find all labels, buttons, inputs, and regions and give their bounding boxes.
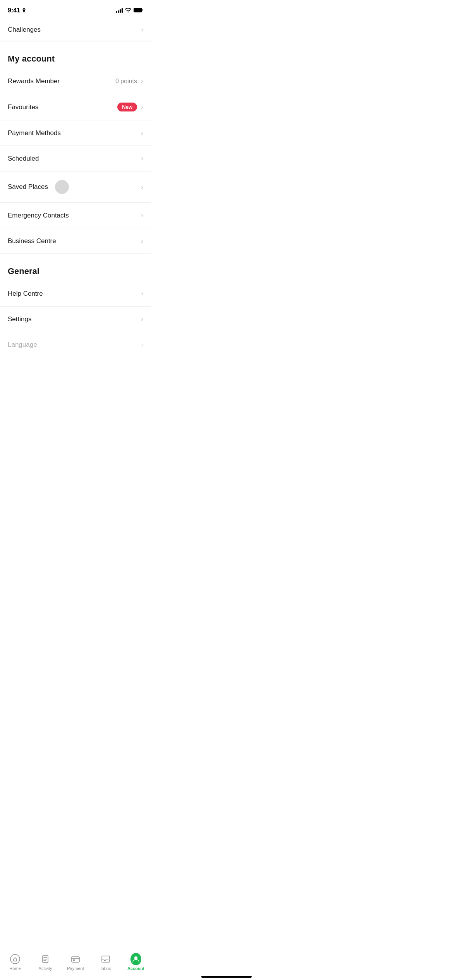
language-left: Language: [8, 341, 141, 349]
status-icons: [116, 7, 143, 14]
emergency-contacts-left: Emergency Contacts: [8, 212, 141, 219]
signal-icon: [116, 8, 123, 13]
settings-chevron: ›: [141, 315, 143, 323]
scheduled-chevron: ›: [141, 154, 143, 163]
help-centre-label: Help Centre: [8, 290, 43, 298]
emergency-contacts-chevron: ›: [141, 211, 143, 219]
new-badge: New: [117, 103, 137, 111]
payment-methods-item[interactable]: Payment Methods ›: [0, 120, 151, 146]
challenges-item[interactable]: Challenges ›: [0, 19, 151, 41]
settings-right: ›: [141, 315, 143, 323]
challenges-label: Challenges: [8, 26, 41, 34]
general-header: General: [0, 254, 151, 281]
rewards-member-left: Rewards Member: [8, 77, 115, 85]
rewards-member-chevron: ›: [141, 77, 143, 85]
scheduled-left: Scheduled: [8, 155, 141, 163]
favourites-right: New ›: [117, 103, 143, 111]
wifi-icon: [125, 7, 131, 14]
emergency-contacts-right: ›: [141, 211, 143, 219]
rewards-member-item[interactable]: Rewards Member 0 points ›: [0, 69, 151, 94]
favourites-item[interactable]: Favourites New ›: [0, 94, 151, 120]
payment-methods-right: ›: [141, 129, 143, 137]
language-chevron: ›: [141, 341, 143, 349]
touch-ripple: [55, 180, 69, 194]
location-icon: [22, 8, 26, 13]
rewards-member-value: 0 points: [115, 78, 137, 85]
favourites-left: Favourites: [8, 103, 117, 111]
help-centre-left: Help Centre: [8, 290, 141, 298]
saved-places-right: ›: [141, 183, 143, 191]
settings-label: Settings: [8, 315, 31, 323]
business-centre-left: Business Centre: [8, 237, 141, 245]
emergency-contacts-label: Emergency Contacts: [8, 212, 69, 219]
favourites-label: Favourites: [8, 103, 38, 111]
help-centre-chevron: ›: [141, 290, 143, 298]
favourites-chevron: ›: [141, 103, 143, 111]
svg-rect-1: [134, 9, 141, 12]
business-centre-item[interactable]: Business Centre ›: [0, 228, 151, 254]
business-centre-label: Business Centre: [8, 237, 56, 245]
status-time: 9:41: [8, 7, 26, 14]
saved-places-label: Saved Places: [8, 183, 48, 191]
saved-places-chevron: ›: [141, 183, 143, 191]
saved-places-item[interactable]: Saved Places ›: [0, 171, 151, 203]
status-bar: 9:41: [0, 0, 151, 19]
saved-places-left: Saved Places: [8, 180, 141, 194]
help-centre-right: ›: [141, 290, 143, 298]
challenges-chevron: ›: [141, 26, 143, 34]
business-centre-chevron: ›: [141, 237, 143, 245]
main-content: Challenges › My account Rewards Member 0…: [0, 19, 151, 392]
my-account-header: My account: [0, 41, 151, 69]
settings-item[interactable]: Settings ›: [0, 307, 151, 332]
help-centre-item[interactable]: Help Centre ›: [0, 281, 151, 307]
payment-methods-label: Payment Methods: [8, 129, 61, 137]
scheduled-right: ›: [141, 154, 143, 163]
payment-methods-chevron: ›: [141, 129, 143, 137]
rewards-member-right: 0 points ›: [115, 77, 143, 85]
language-label: Language: [8, 341, 37, 349]
scheduled-label: Scheduled: [8, 155, 39, 163]
battery-icon: [134, 7, 143, 14]
language-right: ›: [141, 341, 143, 349]
emergency-contacts-item[interactable]: Emergency Contacts ›: [0, 203, 151, 228]
scheduled-item[interactable]: Scheduled ›: [0, 146, 151, 171]
rewards-member-label: Rewards Member: [8, 77, 60, 85]
language-item[interactable]: Language ›: [0, 332, 151, 357]
business-centre-right: ›: [141, 237, 143, 245]
payment-methods-left: Payment Methods: [8, 129, 141, 137]
settings-left: Settings: [8, 315, 141, 323]
